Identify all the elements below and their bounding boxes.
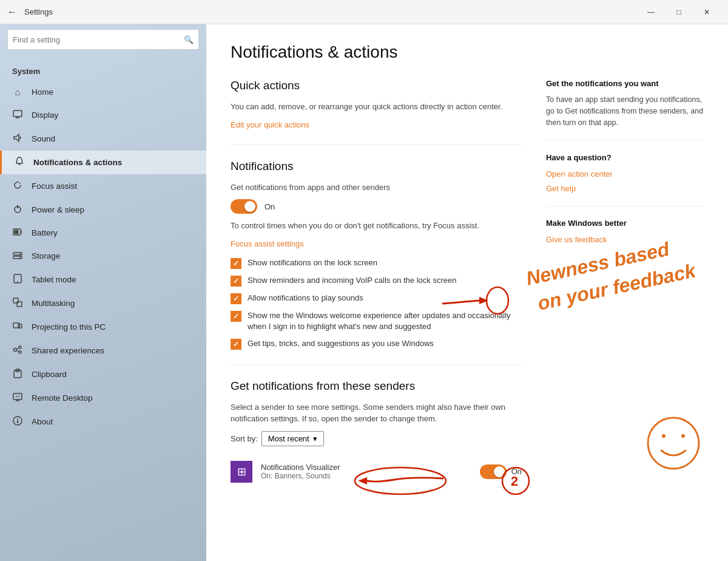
question-title: Have a question? [546,153,704,162]
remote-icon [12,392,23,404]
checkbox-sounds: Allow notifications to play sounds [231,293,522,304]
sidebar-item-label: Tablet mode [32,275,76,284]
checkbox-sounds-label: Allow notifications to play sounds [248,293,363,304]
checkbox-tips-box[interactable] [231,339,241,350]
focus-icon [12,180,23,192]
svg-point-21 [19,346,21,348]
about-icon [12,416,23,427]
power-icon [12,204,23,216]
sidebar-item-power[interactable]: Power & sleep [0,198,206,222]
sidebar-item-label: Notifications & actions [33,158,122,167]
sidebar-item-display[interactable]: Display [0,103,206,127]
checkbox-lock-screen-box[interactable] [231,258,241,269]
sidebar-item-label: Power & sleep [32,205,84,214]
checkbox-welcome: Show me the Windows welcome experience a… [231,310,522,332]
titlebar: ← Settings — □ ✕ [0,0,728,24]
sidebar-item-projecting[interactable]: Projecting to this PC [0,315,206,339]
app-sub: On: Banners, Sounds [261,472,471,480]
sort-value: Most recent [268,434,309,443]
section-divider [231,144,522,145]
svg-rect-9 [15,230,19,234]
sidebar-item-about[interactable]: About [0,410,206,433]
notifications-icon [14,157,25,168]
maximize-button[interactable]: □ [665,0,693,24]
checkbox-welcome-box[interactable] [231,311,241,322]
edit-quick-actions-link[interactable]: Edit your quick actions [231,120,309,129]
notifications-title: Notifications [231,160,522,173]
clipboard-icon [12,369,23,380]
tablet-icon [12,274,23,285]
notifications-toggle-row: On [231,199,522,214]
checkbox-tips-label: Get tips, tricks, and suggestions as you… [248,338,434,349]
sidebar-item-label: Battery [32,228,58,237]
app-item-notifications-visualizer: ⊞ Notifications Visualizer On: Banners, … [231,456,522,488]
sort-select[interactable]: Most recent ▾ [261,431,324,446]
right-divider-1 [546,140,704,141]
sidebar-item-storage[interactable]: Storage [0,244,206,268]
checkbox-voip-box[interactable] [231,276,241,287]
svg-point-34 [17,418,18,420]
sidebar-item-label: Multitasking [32,299,75,308]
sidebar-item-label: Shared experiences [32,346,104,355]
shared-icon [12,345,23,356]
checkbox-welcome-label: Show me the Windows welcome experience a… [248,310,522,332]
svg-point-12 [19,253,21,254]
sidebar-item-multitasking[interactable]: Multitasking [0,291,206,315]
search-box[interactable]: 🔍 [7,29,199,50]
svg-line-23 [16,348,19,349]
svg-line-24 [16,350,19,352]
sidebar-item-label: Projecting to this PC [32,322,106,332]
get-help-link[interactable]: Get help [546,184,576,193]
sort-row: Sort by: Most recent ▾ [231,431,522,446]
battery-icon [12,228,23,238]
sort-label: Sort by: [231,434,258,443]
open-action-center-link[interactable]: Open action center [546,169,613,178]
search-icon[interactable]: 🔍 [184,35,194,44]
svg-rect-8 [21,231,22,233]
sidebar-item-home[interactable]: ⌂ Home [0,81,206,103]
feedback-link[interactable]: Give us feedback [546,235,607,244]
sound-icon [12,133,23,144]
sidebar-item-tablet[interactable]: Tablet mode [0,268,206,291]
sidebar-item-clipboard[interactable]: Clipboard [0,362,206,386]
sidebar-item-label: Display [32,110,58,120]
make-better-title: Make Windows better [546,219,704,228]
sidebar-item-remote[interactable]: Remote Desktop [0,386,206,410]
focus-assist-settings-link[interactable]: Focus assist settings [231,239,304,248]
senders-divider [231,364,522,365]
storage-icon [12,250,23,262]
app-toggle-switch[interactable] [480,464,507,479]
sidebar-item-battery[interactable]: Battery [0,222,206,244]
svg-marker-3 [14,134,19,141]
main-left: Quick actions You can add, remove, or re… [231,79,522,488]
get-notif-right-body: To have an app start sending you notific… [546,94,704,128]
checkbox-sounds-box[interactable] [231,293,241,304]
close-button[interactable]: ✕ [693,0,721,24]
app-body: 🔍 System ⌂ Home Display Sound Notificati… [0,24,728,561]
checkboxes-group: Show notifications on the lock screen Sh… [231,257,522,350]
right-panel: Get the notifications you want To have a… [546,79,704,488]
page-title: Notifications & actions [231,42,704,62]
sidebar-item-notifications[interactable]: Notifications & actions [0,151,206,174]
quick-actions-title: Quick actions [231,79,522,92]
app-toggle-label: On [511,467,522,476]
checkbox-tips: Get tips, tricks, and suggestions as you… [231,338,522,350]
titlebar-title: Settings [24,7,637,16]
senders-title: Get notifications from these senders [231,379,522,393]
svg-point-22 [19,351,21,353]
project-icon [12,321,23,333]
notifications-toggle-label: On [265,202,275,211]
notifications-toggle[interactable] [231,199,257,214]
app-info: Notifications Visualizer On: Banners, So… [261,463,471,480]
search-input[interactable] [13,35,184,44]
svg-point-13 [19,257,21,258]
svg-rect-19 [18,324,22,328]
back-button[interactable]: ← [7,7,17,18]
chevron-down-icon: ▾ [313,434,317,443]
system-label: System [0,57,206,81]
sidebar-item-shared[interactable]: Shared experiences [0,339,206,362]
sidebar-item-sound[interactable]: Sound [0,127,206,151]
get-notif-label: Get notifications from apps and other se… [231,182,522,194]
minimize-button[interactable]: — [637,0,665,24]
sidebar-item-focus[interactable]: Focus assist [0,174,206,198]
